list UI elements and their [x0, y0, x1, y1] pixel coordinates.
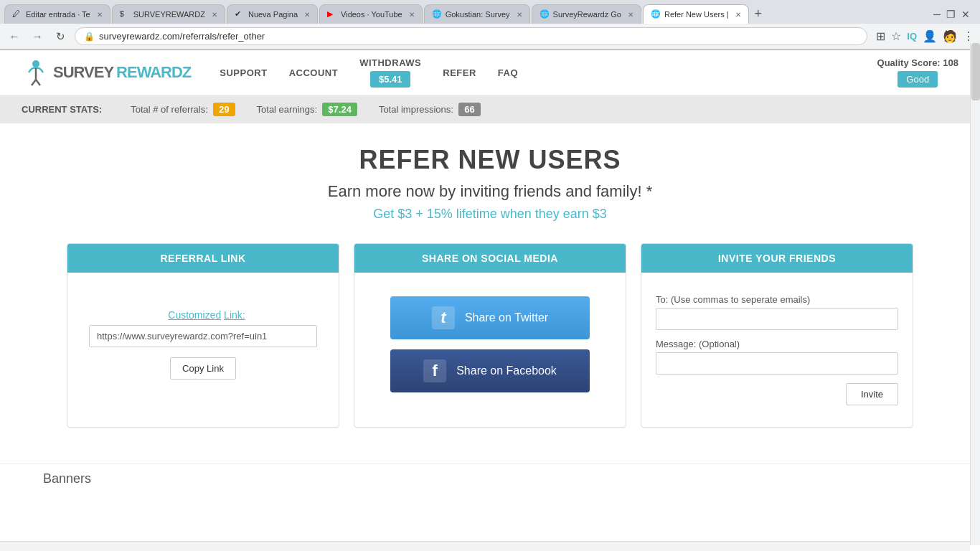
referrals-label: Total # of referrals:: [131, 104, 208, 115]
referrals-badge: 29: [213, 103, 235, 116]
tab-6-close[interactable]: ✕: [628, 11, 633, 19]
profile-icon[interactable]: 👤: [923, 29, 937, 43]
earnings-stat: Total earnings: $7.24: [257, 103, 357, 116]
tab-7-icon: 🌐: [651, 9, 661, 19]
tab-7[interactable]: 🌐 Refer New Users | ✕: [643, 4, 749, 24]
tab-5-close[interactable]: ✕: [517, 11, 522, 19]
message-label: Message: (Optional): [656, 339, 740, 349]
twitter-share-button[interactable]: t Share on Twitter: [390, 296, 589, 339]
tab-2-close[interactable]: ✕: [212, 11, 217, 19]
tab-2-icon: $: [120, 9, 130, 19]
tab-4-label: Videos · YouTube: [341, 10, 402, 19]
facebook-icon: f: [423, 359, 446, 382]
message-field-row: Message: (Optional): [656, 339, 898, 375]
bookmark-icon[interactable]: ☆: [891, 29, 901, 43]
nav-balance-badge[interactable]: $5.41: [370, 71, 411, 88]
main-section: REFER NEW USERS Earn more now by invitin…: [0, 123, 980, 463]
browser-chrome: 🖊 Editar entrada · Te ✕ $ SURVEYREWARDZ …: [0, 0, 980, 50]
tab-5-label: Gokustian: Survey: [446, 10, 510, 19]
back-button[interactable]: ←: [6, 30, 23, 42]
avatar-icon[interactable]: 🧑: [943, 29, 957, 43]
earnings-label: Total earnings:: [257, 104, 318, 115]
referral-link-input[interactable]: [89, 325, 317, 347]
tab-2-label: SURVEYREWARDZ: [133, 10, 205, 19]
nav-links: SUPPORT ACCOUNT WITHDRAWS $5.41 REFER FA…: [220, 57, 862, 88]
tab-3-label: Nueva Pagina: [248, 10, 298, 19]
bottom-scrollbar[interactable]: [0, 541, 970, 551]
twitter-btn-label: Share on Twitter: [465, 311, 548, 324]
address-field[interactable]: 🔒 surveyrewardz.com/referrals/refer_othe…: [75, 27, 867, 45]
tab-6[interactable]: 🌐 SurveyRewardz Go ✕: [532, 4, 641, 24]
facebook-share-button[interactable]: f Share on Facebook: [390, 349, 589, 392]
tab-1-icon: 🖊: [12, 9, 22, 19]
stats-items: Total # of referrals: 29 Total earnings:…: [131, 103, 480, 116]
message-hint: (Optional): [699, 339, 740, 349]
minimize-button[interactable]: ─: [933, 9, 941, 20]
invite-form: To: (Use commas to seperate emails) Mess…: [656, 294, 898, 405]
svg-point-0: [32, 60, 39, 67]
social-card-header: SHARE ON SOCIAL MEDIA: [354, 244, 626, 273]
page-content: SURVEY REWARDZ SUPPORT ACCOUNT WITHDRAWS…: [0, 50, 980, 494]
nav-account[interactable]: ACCOUNT: [289, 67, 339, 78]
tab-2[interactable]: $ SURVEYREWARDZ ✕: [112, 4, 225, 24]
nav-account-group: ACCOUNT: [289, 67, 339, 78]
tab-5-icon: 🌐: [432, 9, 442, 19]
nav-withdraws-group: WITHDRAWS $5.41: [359, 57, 421, 88]
invite-button[interactable]: Invite: [846, 383, 898, 405]
restore-button[interactable]: ❐: [946, 9, 956, 20]
refresh-button[interactable]: ↻: [52, 30, 69, 43]
nav-withdraws[interactable]: WITHDRAWS: [359, 57, 421, 68]
new-tab-button[interactable]: +: [750, 6, 767, 22]
scrollbar[interactable]: [970, 43, 980, 545]
banners-section: Banners: [0, 463, 980, 494]
referral-card-body: Customized Link: Copy Link: [67, 273, 339, 416]
facebook-btn-label: Share on Facebook: [456, 364, 557, 377]
customized-link-label: Customized Link:: [89, 309, 317, 321]
hero-subtitle: Earn more now by inviting friends and fa…: [14, 182, 966, 201]
address-text: surveyrewardz.com/referrals/refer_other: [99, 31, 265, 42]
earnings-badge: $7.24: [322, 103, 357, 116]
nav-refer[interactable]: REFER: [443, 67, 476, 78]
referrals-stat: Total # of referrals: 29: [131, 103, 235, 116]
link-word: Link:: [224, 309, 245, 321]
referral-link-card: REFERRAL LINK Customized Link: Copy Link: [67, 243, 339, 428]
lock-icon: 🔒: [84, 32, 95, 42]
nav-support[interactable]: SUPPORT: [220, 67, 267, 78]
stats-label: CURRENT STATS:: [22, 104, 102, 115]
scrollbar-thumb[interactable]: [971, 43, 980, 100]
tab-4-close[interactable]: ✕: [409, 11, 415, 19]
invite-card-header: INVITE YOUR FRIENDS: [641, 244, 913, 273]
tabs-bar: 🖊 Editar entrada · Te ✕ $ SURVEYREWARDZ …: [0, 0, 980, 24]
impressions-label: Total impressions:: [379, 104, 453, 115]
svg-line-2: [32, 80, 36, 85]
social-card-body: t Share on Twitter f Share on Facebook: [354, 273, 626, 416]
copy-link-button[interactable]: Copy Link: [170, 357, 236, 380]
iq-icon[interactable]: IQ: [907, 31, 917, 42]
hero-subtitle2: Get $3 + 15% lifetime when they earn $3: [14, 207, 966, 222]
tab-3[interactable]: ✔ Nueva Pagina ✕: [227, 4, 318, 24]
tab-3-close[interactable]: ✕: [304, 11, 310, 19]
message-input[interactable]: [656, 352, 898, 375]
tab-5[interactable]: 🌐 Gokustian: Survey ✕: [424, 4, 530, 24]
tab-1[interactable]: 🖊 Editar entrada · Te ✕: [4, 4, 110, 24]
tab-7-close[interactable]: ✕: [735, 11, 741, 19]
nav-faq[interactable]: FAQ: [498, 67, 518, 78]
logo-area: SURVEY REWARDZ: [22, 58, 191, 87]
close-button[interactable]: ✕: [961, 9, 970, 20]
invite-friends-card: INVITE YOUR FRIENDS To: (Use commas to s…: [641, 243, 913, 428]
menu-icon[interactable]: ⋮: [963, 29, 974, 43]
cards-row: REFERRAL LINK Customized Link: Copy Link…: [14, 243, 966, 428]
translate-icon[interactable]: ⊞: [876, 29, 885, 43]
tab-1-close[interactable]: ✕: [97, 11, 103, 19]
tab-1-label: Editar entrada · Te: [26, 10, 90, 19]
quality-score-group: Quality Score: 108 Good: [877, 57, 958, 88]
forward-button[interactable]: →: [29, 30, 46, 42]
logo-icon: [22, 58, 50, 87]
referral-card-header: REFERRAL LINK: [67, 244, 339, 273]
impressions-badge: 66: [458, 103, 480, 116]
to-email-input[interactable]: [656, 308, 898, 330]
logo-rewardz-text: REWARDZ: [116, 63, 191, 82]
invite-card-body: To: (Use commas to seperate emails) Mess…: [641, 273, 913, 427]
tab-4[interactable]: ▶ Videos · YouTube ✕: [319, 4, 423, 24]
quality-score-label: Quality Score: 108: [877, 57, 958, 68]
